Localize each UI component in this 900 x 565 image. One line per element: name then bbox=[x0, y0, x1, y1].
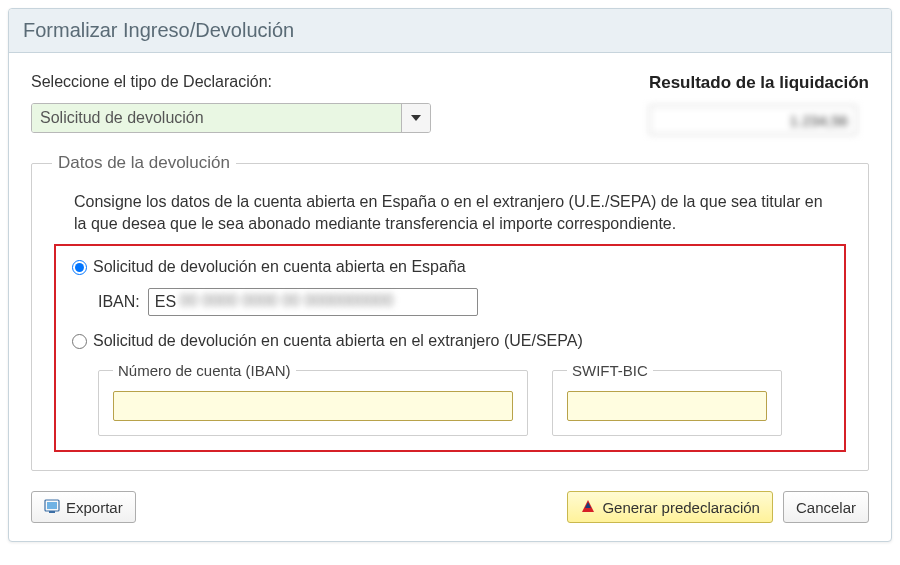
panel-title: Formalizar Ingreso/Devolución bbox=[9, 9, 891, 53]
svg-rect-1 bbox=[47, 502, 57, 509]
radio-foreign-account[interactable]: Solicitud de devolución en cuenta abiert… bbox=[72, 332, 828, 350]
export-button-label: Exportar bbox=[66, 499, 123, 516]
generate-predeclaration-button[interactable]: Generar predeclaración bbox=[567, 491, 773, 523]
iban-row: IBAN: 00 0000 0000 00 0000000000 bbox=[98, 288, 828, 316]
cancel-button[interactable]: Cancelar bbox=[783, 491, 869, 523]
foreign-iban-input[interactable] bbox=[113, 391, 513, 421]
result-value-input bbox=[649, 105, 857, 135]
top-row: Seleccione el tipo de Declaración: Solic… bbox=[31, 73, 869, 135]
main-panel: Formalizar Ingreso/Devolución Seleccione… bbox=[8, 8, 892, 542]
refund-instructions: Consigne los datos de la cuenta abierta … bbox=[74, 191, 838, 234]
foreign-subfields: Número de cuenta (IBAN) SWIFT-BIC bbox=[98, 362, 828, 436]
swift-input[interactable] bbox=[567, 391, 767, 421]
radio-spain-label: Solicitud de devolución en cuenta abiert… bbox=[93, 258, 466, 276]
chevron-down-icon[interactable] bbox=[402, 104, 430, 132]
swift-fieldset: SWIFT-BIC bbox=[552, 362, 782, 436]
svg-rect-2 bbox=[49, 511, 55, 513]
highlight-box: Solicitud de devolución en cuenta abiert… bbox=[54, 244, 846, 452]
declaration-type-dropdown[interactable]: Solicitud de devolución bbox=[31, 103, 431, 133]
iban-input[interactable] bbox=[148, 288, 478, 316]
refund-data-fieldset: Datos de la devolución Consigne los dato… bbox=[31, 153, 869, 471]
button-row: Exportar Generar predeclaración Cancelar bbox=[31, 491, 869, 523]
radio-spain-input[interactable] bbox=[72, 260, 87, 275]
export-button[interactable]: Exportar bbox=[31, 491, 136, 523]
cancel-button-label: Cancelar bbox=[796, 499, 856, 516]
swift-legend: SWIFT-BIC bbox=[567, 362, 653, 379]
iban-label: IBAN: bbox=[98, 293, 140, 311]
radio-spain-account[interactable]: Solicitud de devolución en cuenta abiert… bbox=[72, 258, 828, 276]
refund-data-legend: Datos de la devolución bbox=[52, 153, 236, 173]
agency-logo-icon bbox=[580, 498, 596, 517]
declaration-type-label: Seleccione el tipo de Declaración: bbox=[31, 73, 431, 91]
radio-foreign-label: Solicitud de devolución en cuenta abiert… bbox=[93, 332, 583, 350]
foreign-iban-fieldset: Número de cuenta (IBAN) bbox=[98, 362, 528, 436]
result-label: Resultado de la liquidación bbox=[649, 73, 869, 93]
declaration-type-value: Solicitud de devolución bbox=[32, 104, 402, 132]
panel-body: Seleccione el tipo de Declaración: Solic… bbox=[9, 53, 891, 541]
foreign-iban-legend: Número de cuenta (IBAN) bbox=[113, 362, 296, 379]
export-icon bbox=[44, 498, 60, 517]
generate-button-label: Generar predeclaración bbox=[602, 499, 760, 516]
radio-foreign-input[interactable] bbox=[72, 334, 87, 349]
